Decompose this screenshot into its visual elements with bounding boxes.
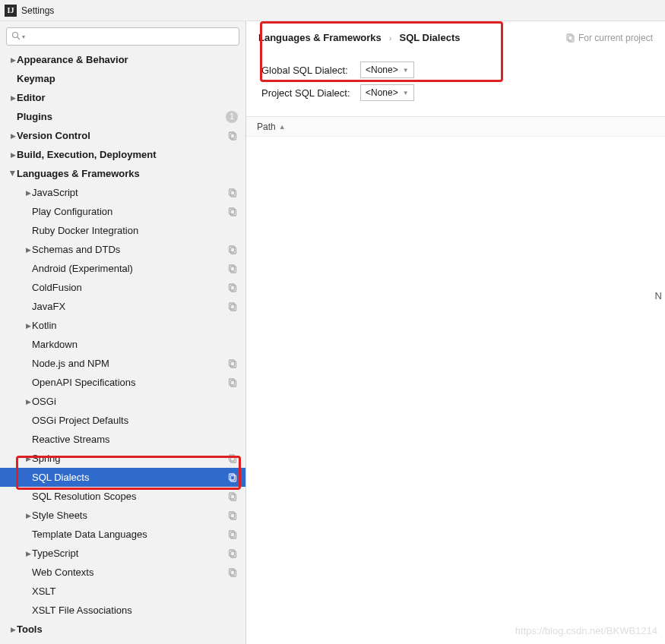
path-column-header[interactable]: Path ▲ [246,117,665,137]
tree-item[interactable]: ▶Kotlin [0,316,245,335]
tree-item-label: TypeScript [32,548,227,559]
tree-item-label: Build, Execution, Deployment [17,149,238,160]
tree-item[interactable]: SQL Dialects [0,468,245,487]
chevron-right-icon: ▶ [9,56,17,64]
scope-indicator: For current project [565,33,653,43]
search-options-dropdown-icon[interactable]: ▾ [22,33,25,40]
project-dialect-dropdown[interactable]: <None> ▼ [360,84,414,101]
svg-rect-19 [231,380,236,387]
tree-item[interactable]: Android (Experimental) [0,259,245,278]
chevron-right-icon: › [389,33,392,43]
project-scope-icon [227,548,238,559]
project-scope-icon [227,510,238,521]
tree-item[interactable]: Node.js and NPM [0,354,245,373]
tree-item[interactable]: Markdown [0,335,245,354]
svg-rect-15 [231,305,236,311]
tree-item[interactable]: ColdFusion [0,278,245,297]
chevron-right-icon: ▶ [9,151,17,159]
project-scope-icon [227,472,238,483]
breadcrumb-current: SQL Dialects [400,32,461,43]
tree-item-label: JavaScript [32,187,227,198]
tree-item-label: XSLT [32,586,238,597]
chevron-right-icon: ▶ [24,512,32,519]
tree-item[interactable]: Keymap [0,69,245,88]
chevron-right-icon: ▶ [9,94,17,102]
tree-item-label: Languages & Frameworks [17,168,238,179]
tree-item[interactable]: ▶Editor [0,88,245,107]
chevron-down-icon: ▼ [403,90,409,96]
tree-item-label: Style Sheets [32,510,227,521]
tree-item-label: Node.js and NPM [32,358,227,369]
scope-label: For current project [578,33,653,43]
app-icon: IJ [5,5,17,17]
tree-item-label: Kotlin [32,320,238,331]
tree-item[interactable]: XSLT File Associations [0,601,245,620]
tree-item[interactable]: ▶Tools [0,620,245,639]
svg-rect-31 [231,551,236,557]
project-dialect-label: Project SQL Dialect: [261,87,360,99]
svg-rect-26 [230,512,235,518]
search-input[interactable]: ▾ [6,27,239,46]
tree-item-label: Reactive Streams [32,434,238,445]
tree-item[interactable]: Ruby Docker Integration [0,221,245,240]
global-dialect-value: <None> [366,65,398,75]
svg-rect-6 [230,208,235,214]
svg-rect-7 [231,210,236,216]
tree-item[interactable]: SQL Resolution Scopes [0,487,245,506]
tree-item[interactable]: Template Data Languages [0,525,245,544]
svg-rect-18 [230,379,235,385]
svg-rect-34 [567,34,572,40]
titlebar: IJ Settings [0,0,665,21]
svg-rect-14 [230,303,235,309]
tree-item[interactable]: JavaFX [0,297,245,316]
tree-item[interactable]: OSGi Project Defaults [0,411,245,430]
tree-item[interactable]: Play Configuration [0,202,245,221]
project-scope-icon [227,358,238,369]
tree-item-label: OSGi Project Defaults [32,415,238,426]
tree-item[interactable]: Web Contexts [0,563,245,582]
main-area: ▾ ▶Appearance & BehaviorKeymap▶EditorPlu… [0,21,665,644]
dialect-settings: Global SQL Dialect: <None> ▼ Project SQL… [246,51,665,117]
right-edge-letter: N [655,290,662,301]
tree-item[interactable]: ▶Schemas and DTDs [0,240,245,259]
svg-rect-28 [230,531,235,537]
breadcrumb-parent[interactable]: Languages & Frameworks [258,32,382,43]
tree-item[interactable]: ▶Appearance & Behavior [0,50,245,69]
tree-item[interactable]: ▶TypeScript [0,544,245,563]
tree-item[interactable]: ▶Spring [0,449,245,468]
tree-item[interactable]: ▶Languages & Frameworks [0,164,245,183]
project-scope-icon [227,453,238,464]
chevron-right-icon: ▶ [24,550,32,557]
tree-item-label: Android (Experimental) [32,263,227,274]
tree-item[interactable]: ▶Style Sheets [0,506,245,525]
tree-item[interactable]: ▶OSGi [0,392,245,411]
svg-rect-35 [568,36,574,42]
tree-item[interactable]: ▶Build, Execution, Deployment [0,145,245,164]
tree-item[interactable]: ▶JavaScript [0,183,245,202]
global-dialect-dropdown[interactable]: <None> ▼ [360,62,414,78]
chevron-right-icon: ▶ [9,132,17,140]
svg-rect-22 [230,474,235,480]
tree-item-label: Play Configuration [32,206,227,217]
project-scope-icon [227,264,238,274]
project-dialect-value: <None> [366,87,398,98]
svg-rect-27 [231,513,236,519]
svg-rect-8 [230,246,235,252]
sort-ascending-icon: ▲ [279,123,286,131]
chevron-right-icon: ▶ [24,246,32,254]
search-wrap: ▾ [0,21,245,50]
svg-rect-11 [231,267,236,273]
tree-item[interactable]: Plugins1 [0,107,245,126]
project-dialect-row: Project SQL Dialect: <None> ▼ [261,81,650,104]
tree-item[interactable]: Reactive Streams [0,430,245,449]
global-dialect-row: Global SQL Dialect: <None> ▼ [261,58,650,81]
tree-item-label: OpenAPI Specifications [32,377,227,388]
path-header-label: Path [257,122,276,132]
settings-tree: ▶Appearance & BehaviorKeymap▶EditorPlugi… [0,50,245,644]
tree-item[interactable]: OpenAPI Specifications [0,373,245,392]
tree-item-label: Markdown [32,339,238,350]
svg-rect-30 [230,550,235,556]
tree-item-label: Spring [32,453,227,464]
tree-item[interactable]: ▶Version Control [0,126,245,145]
tree-item[interactable]: XSLT [0,582,245,601]
